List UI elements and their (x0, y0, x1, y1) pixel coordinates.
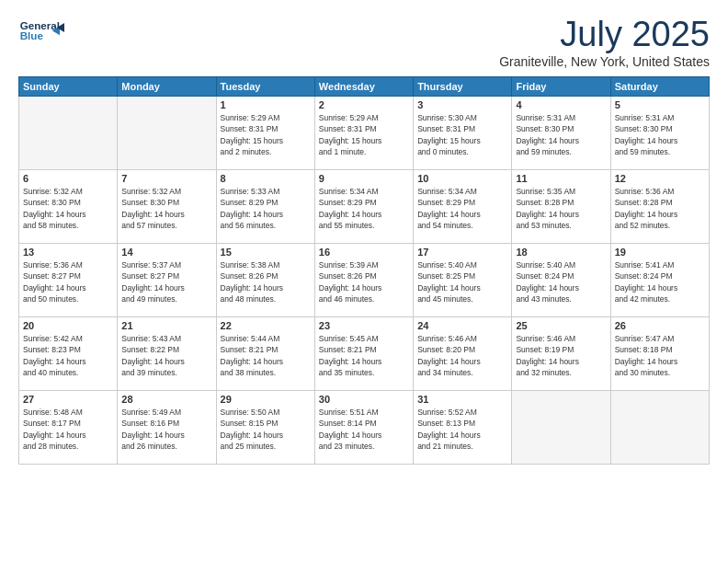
day-info: Sunrise: 5:40 AM Sunset: 8:25 PM Dayligh… (417, 259, 507, 304)
weekday-header-thursday: Thursday (414, 77, 512, 97)
calendar-cell: 2Sunrise: 5:29 AM Sunset: 8:31 PM Daylig… (314, 97, 413, 170)
weekday-header-wednesday: Wednesday (314, 77, 413, 97)
day-number: 5 (615, 99, 705, 110)
day-number: 12 (615, 173, 705, 184)
day-info: Sunrise: 5:29 AM Sunset: 8:31 PM Dayligh… (319, 112, 409, 157)
svg-text:Blue: Blue (20, 29, 44, 41)
calendar-week-5: 27Sunrise: 5:48 AM Sunset: 8:17 PM Dayli… (19, 391, 710, 465)
calendar-cell (19, 97, 118, 170)
calendar-cell: 29Sunrise: 5:50 AM Sunset: 8:15 PM Dayli… (216, 391, 314, 465)
day-info: Sunrise: 5:42 AM Sunset: 8:23 PM Dayligh… (23, 333, 113, 378)
day-number: 15 (221, 247, 311, 258)
day-number: 3 (417, 99, 507, 110)
day-info: Sunrise: 5:50 AM Sunset: 8:15 PM Dayligh… (221, 407, 311, 452)
calendar-week-3: 13Sunrise: 5:36 AM Sunset: 8:27 PM Dayli… (19, 244, 710, 317)
day-number: 4 (516, 99, 606, 110)
day-info: Sunrise: 5:31 AM Sunset: 8:30 PM Dayligh… (615, 112, 705, 157)
calendar-cell: 20Sunrise: 5:42 AM Sunset: 8:23 PM Dayli… (19, 317, 118, 391)
calendar-cell: 1Sunrise: 5:29 AM Sunset: 8:31 PM Daylig… (216, 97, 314, 170)
calendar-cell: 5Sunrise: 5:31 AM Sunset: 8:30 PM Daylig… (610, 97, 709, 170)
weekday-header-row: SundayMondayTuesdayWednesdayThursdayFrid… (19, 77, 710, 97)
day-number: 26 (615, 320, 705, 331)
day-number: 1 (221, 99, 311, 110)
day-info: Sunrise: 5:40 AM Sunset: 8:24 PM Dayligh… (516, 259, 606, 304)
day-info: Sunrise: 5:46 AM Sunset: 8:19 PM Dayligh… (516, 333, 606, 378)
calendar-cell: 7Sunrise: 5:32 AM Sunset: 8:30 PM Daylig… (118, 170, 216, 244)
day-info: Sunrise: 5:46 AM Sunset: 8:20 PM Dayligh… (417, 333, 507, 378)
day-number: 20 (23, 320, 113, 331)
day-number: 16 (319, 247, 409, 258)
page: General Blue July 2025 Graniteville, New… (0, 0, 728, 563)
logo-icon: General Blue (18, 15, 64, 50)
calendar-week-4: 20Sunrise: 5:42 AM Sunset: 8:23 PM Dayli… (19, 317, 710, 391)
header: General Blue July 2025 Graniteville, New… (18, 15, 710, 69)
calendar-cell: 10Sunrise: 5:34 AM Sunset: 8:29 PM Dayli… (414, 170, 512, 244)
calendar-cell: 16Sunrise: 5:39 AM Sunset: 8:26 PM Dayli… (314, 244, 413, 317)
day-info: Sunrise: 5:49 AM Sunset: 8:16 PM Dayligh… (121, 407, 211, 452)
day-info: Sunrise: 5:34 AM Sunset: 8:29 PM Dayligh… (319, 186, 409, 231)
calendar-cell: 9Sunrise: 5:34 AM Sunset: 8:29 PM Daylig… (314, 170, 413, 244)
calendar-cell (512, 391, 610, 465)
calendar-cell: 4Sunrise: 5:31 AM Sunset: 8:30 PM Daylig… (512, 97, 610, 170)
day-info: Sunrise: 5:32 AM Sunset: 8:30 PM Dayligh… (23, 186, 113, 231)
weekday-header-friday: Friday (512, 77, 610, 97)
calendar-cell: 27Sunrise: 5:48 AM Sunset: 8:17 PM Dayli… (19, 391, 118, 465)
day-number: 21 (121, 320, 211, 331)
day-number: 8 (221, 173, 311, 184)
day-number: 19 (615, 247, 705, 258)
day-number: 11 (516, 173, 606, 184)
day-number: 30 (319, 394, 409, 405)
calendar-cell: 24Sunrise: 5:46 AM Sunset: 8:20 PM Dayli… (414, 317, 512, 391)
day-number: 27 (23, 394, 113, 405)
day-info: Sunrise: 5:36 AM Sunset: 8:28 PM Dayligh… (615, 186, 705, 231)
day-info: Sunrise: 5:38 AM Sunset: 8:26 PM Dayligh… (221, 259, 311, 304)
day-info: Sunrise: 5:39 AM Sunset: 8:26 PM Dayligh… (319, 259, 409, 304)
title-block: July 2025 Graniteville, New York, United… (499, 15, 710, 69)
day-number: 10 (417, 173, 507, 184)
day-number: 24 (417, 320, 507, 331)
location: Graniteville, New York, United States (499, 54, 710, 69)
calendar-cell: 30Sunrise: 5:51 AM Sunset: 8:14 PM Dayli… (314, 391, 413, 465)
calendar-cell: 22Sunrise: 5:44 AM Sunset: 8:21 PM Dayli… (216, 317, 314, 391)
day-info: Sunrise: 5:36 AM Sunset: 8:27 PM Dayligh… (23, 259, 113, 304)
calendar-cell: 6Sunrise: 5:32 AM Sunset: 8:30 PM Daylig… (19, 170, 118, 244)
day-info: Sunrise: 5:31 AM Sunset: 8:30 PM Dayligh… (516, 112, 606, 157)
day-number: 18 (516, 247, 606, 258)
day-info: Sunrise: 5:41 AM Sunset: 8:24 PM Dayligh… (615, 259, 705, 304)
calendar-week-1: 1Sunrise: 5:29 AM Sunset: 8:31 PM Daylig… (19, 97, 710, 170)
calendar-cell: 31Sunrise: 5:52 AM Sunset: 8:13 PM Dayli… (414, 391, 512, 465)
day-number: 31 (417, 394, 507, 405)
day-number: 7 (121, 173, 211, 184)
calendar-cell: 14Sunrise: 5:37 AM Sunset: 8:27 PM Dayli… (118, 244, 216, 317)
day-info: Sunrise: 5:34 AM Sunset: 8:29 PM Dayligh… (417, 186, 507, 231)
day-info: Sunrise: 5:32 AM Sunset: 8:30 PM Dayligh… (121, 186, 211, 231)
day-number: 29 (221, 394, 311, 405)
day-number: 17 (417, 247, 507, 258)
calendar-cell: 8Sunrise: 5:33 AM Sunset: 8:29 PM Daylig… (216, 170, 314, 244)
weekday-header-monday: Monday (118, 77, 216, 97)
calendar-cell: 18Sunrise: 5:40 AM Sunset: 8:24 PM Dayli… (512, 244, 610, 317)
calendar-cell: 23Sunrise: 5:45 AM Sunset: 8:21 PM Dayli… (314, 317, 413, 391)
calendar-cell: 26Sunrise: 5:47 AM Sunset: 8:18 PM Dayli… (610, 317, 709, 391)
calendar-week-2: 6Sunrise: 5:32 AM Sunset: 8:30 PM Daylig… (19, 170, 710, 244)
calendar-cell: 13Sunrise: 5:36 AM Sunset: 8:27 PM Dayli… (19, 244, 118, 317)
day-number: 2 (319, 99, 409, 110)
day-info: Sunrise: 5:35 AM Sunset: 8:28 PM Dayligh… (516, 186, 606, 231)
calendar-cell: 21Sunrise: 5:43 AM Sunset: 8:22 PM Dayli… (118, 317, 216, 391)
day-info: Sunrise: 5:29 AM Sunset: 8:31 PM Dayligh… (221, 112, 311, 157)
calendar-cell: 25Sunrise: 5:46 AM Sunset: 8:19 PM Dayli… (512, 317, 610, 391)
day-number: 22 (221, 320, 311, 331)
month-title: July 2025 (499, 15, 710, 54)
day-number: 28 (121, 394, 211, 405)
day-info: Sunrise: 5:30 AM Sunset: 8:31 PM Dayligh… (417, 112, 507, 157)
day-info: Sunrise: 5:43 AM Sunset: 8:22 PM Dayligh… (121, 333, 211, 378)
weekday-header-tuesday: Tuesday (216, 77, 314, 97)
day-info: Sunrise: 5:51 AM Sunset: 8:14 PM Dayligh… (319, 407, 409, 452)
calendar-cell: 3Sunrise: 5:30 AM Sunset: 8:31 PM Daylig… (414, 97, 512, 170)
calendar-table: SundayMondayTuesdayWednesdayThursdayFrid… (18, 76, 710, 465)
day-info: Sunrise: 5:47 AM Sunset: 8:18 PM Dayligh… (615, 333, 705, 378)
day-info: Sunrise: 5:52 AM Sunset: 8:13 PM Dayligh… (417, 407, 507, 452)
calendar-cell: 11Sunrise: 5:35 AM Sunset: 8:28 PM Dayli… (512, 170, 610, 244)
day-info: Sunrise: 5:48 AM Sunset: 8:17 PM Dayligh… (23, 407, 113, 452)
day-number: 23 (319, 320, 409, 331)
